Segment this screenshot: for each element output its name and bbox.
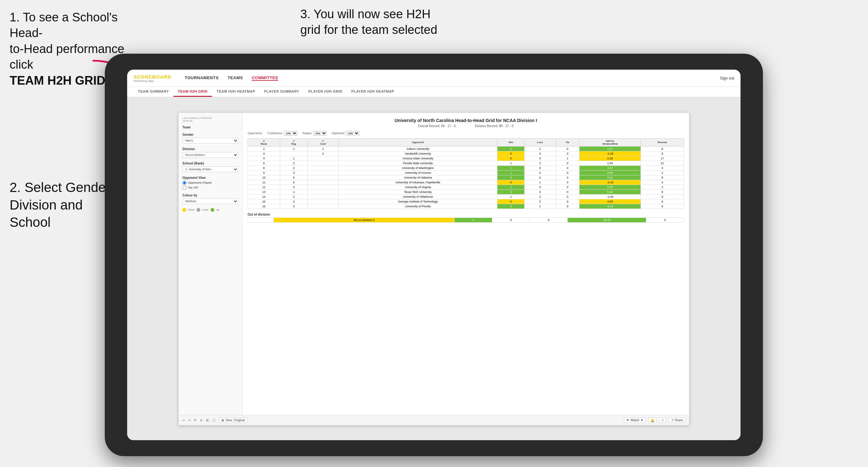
tb-reset[interactable]: ⟳ (194, 418, 196, 422)
cell-opponent: University of Florida (338, 204, 497, 209)
cell-win: 1 (497, 161, 525, 165)
cell-tie: 0 (556, 151, 580, 156)
cell-reg: 5 (280, 175, 307, 180)
cell-win: 1 (497, 185, 525, 189)
cell-loss: 0 (524, 185, 556, 189)
cell-win: 0 (497, 151, 525, 156)
overall-record-label: Overall Record: (418, 124, 440, 128)
cell-reg: 3 (280, 185, 307, 189)
cell-reg: 2 (280, 161, 307, 165)
cell-opponent: University of Virginia (338, 185, 497, 189)
cell-tie: 0 (556, 189, 580, 194)
out-div-diff: 26.00 (567, 218, 646, 222)
cell-conf (308, 189, 339, 194)
subnav-team-h2h-heatmap[interactable]: TEAM H2H HEATMAP (212, 87, 260, 97)
cell-loss: 0 (524, 175, 556, 180)
logo-sub: Powered by clippi (133, 80, 171, 83)
filter-conference-select[interactable]: (All) (284, 131, 298, 136)
watch-label: Watch (630, 418, 639, 422)
ann1-line3: TEAM H2H GRID (9, 74, 105, 87)
cell-tie: 0 (556, 194, 580, 199)
division-section: Division NCAA Division I (182, 147, 238, 158)
cell-reg: 2 (280, 194, 307, 199)
alerts-btn[interactable]: 🔔 (648, 417, 656, 423)
share-btn[interactable]: ↗ Share (669, 417, 685, 423)
h2h-table: #Rank #Reg #Conf Opponent Win Loss Tie D… (248, 138, 684, 209)
annotation-3: 3. You will now see H2H grid for the tea… (300, 6, 437, 38)
school-select[interactable]: 1. University of Nort... (182, 166, 238, 172)
cell-reg: 2 (280, 165, 307, 170)
radio-opponents-played[interactable]: Opponents Played (182, 181, 238, 185)
colour-by-select[interactable]: Win/loss (182, 198, 238, 204)
nav-teams[interactable]: TEAMS (227, 75, 243, 81)
division-select[interactable]: NCAA Division I (182, 152, 238, 158)
cell-rank: 13 (248, 189, 280, 194)
cell-opponent: University of Arkansas, Fayetteville (338, 180, 497, 185)
cell-rank: 10 (248, 175, 280, 180)
cell-win: 0 (497, 199, 525, 204)
cell-loss: 2 (524, 194, 556, 199)
color-legend: Down Level Up (182, 208, 238, 212)
cell-rank: 9 (248, 170, 280, 175)
sign-out-link[interactable]: Sign out (720, 76, 734, 81)
col-win: Win (497, 138, 525, 146)
records-row: Overall Record: 89 - 17 - 0 Division Rec… (248, 124, 684, 128)
tb-more[interactable]: ⊞ (206, 418, 209, 422)
subnav-player-h2h-grid[interactable]: PLAYER H2H GRID (304, 87, 347, 97)
dot-down-label: Down (188, 208, 194, 211)
main-content: Last Updated: 27/03/2024 16:55:38 Team G… (127, 97, 741, 440)
subnav-team-summary[interactable]: TEAM SUMMARY (133, 87, 174, 97)
tb-pause[interactable]: ⏸ (200, 418, 203, 422)
colour-by-section: Colour by Win/loss (182, 193, 238, 204)
cell-rounds: 12 (641, 161, 684, 165)
view-original-btn[interactable]: 🖥 View: Original (219, 417, 247, 423)
grid-area: University of North Carolina Head-to-Hea… (243, 113, 689, 415)
filter-opponent-select[interactable]: (All) (346, 131, 360, 136)
cell-opponent: Vanderbilt University (338, 151, 497, 156)
tb-redo[interactable]: ↪ (188, 418, 191, 422)
subnav-player-summary[interactable]: PLAYER SUMMARY (260, 87, 304, 97)
subnav-team-h2h-grid[interactable]: TEAM H2H GRID (174, 87, 212, 97)
cell-tie: 1 (556, 156, 580, 161)
cell-tie: 0 (556, 185, 580, 189)
view-original-icon: 🖥 (221, 418, 224, 422)
subnav: TEAM SUMMARY TEAM H2H GRID TEAM H2H HEAT… (127, 87, 741, 97)
expand-btn[interactable]: ⤢ (659, 417, 666, 423)
tableau-content: Last Updated: 27/03/2024 16:55:38 Team G… (179, 113, 689, 415)
cell-conf: 2 (308, 151, 339, 156)
cell-reg: 1 (280, 146, 307, 151)
nav-committee[interactable]: COMMITTEE (252, 75, 278, 81)
tb-clock[interactable]: 🕐 (212, 418, 216, 422)
team-label: Team (182, 126, 238, 129)
cell-loss: 5 (524, 156, 556, 161)
grid-title: University of North Carolina Head-to-Hea… (248, 118, 684, 123)
watch-icon: 👁 (626, 418, 629, 422)
subnav-player-h2h-heatmap[interactable]: PLAYER H2H HEATMAP (347, 87, 399, 97)
cell-rounds: 9 (641, 189, 684, 194)
cell-win: 0 (497, 156, 525, 161)
watch-btn[interactable]: 👁 Watch ▼ (624, 417, 646, 423)
cell-opponent: Arizona State University (338, 156, 497, 161)
cell-rank: 3 (248, 151, 280, 156)
gender-label: Gender (182, 133, 238, 136)
gender-select[interactable]: Men's (182, 138, 238, 144)
cell-loss: 0 (524, 165, 556, 170)
nav-tournaments[interactable]: TOURNAMENTS (185, 75, 219, 81)
cell-rounds: 3 (641, 180, 684, 185)
cell-win: 3 (497, 175, 525, 180)
cell-reg (280, 151, 307, 156)
cell-diff: 5.56 (580, 189, 641, 194)
cell-rounds: 8 (641, 151, 684, 156)
cell-rank: 11 (248, 180, 280, 185)
col-diff: Diff AvStrokes/Rnd (580, 138, 641, 146)
table-row: 3 2 Vanderbilt University 0 4 0 -2.29 8 (248, 151, 684, 156)
cell-tie: 0 (556, 175, 580, 180)
cell-tie: 0 (556, 170, 580, 175)
filter-region-select[interactable]: (All) (313, 131, 327, 136)
cell-rounds: 9 (641, 194, 684, 199)
cell-rank: 4 (248, 156, 280, 161)
tb-undo[interactable]: ↩ (182, 418, 185, 422)
radio-top100[interactable]: Top 100 (182, 186, 238, 190)
cell-rank: 2 (248, 146, 280, 151)
ann3-line2: grid for the team selected (300, 23, 437, 36)
